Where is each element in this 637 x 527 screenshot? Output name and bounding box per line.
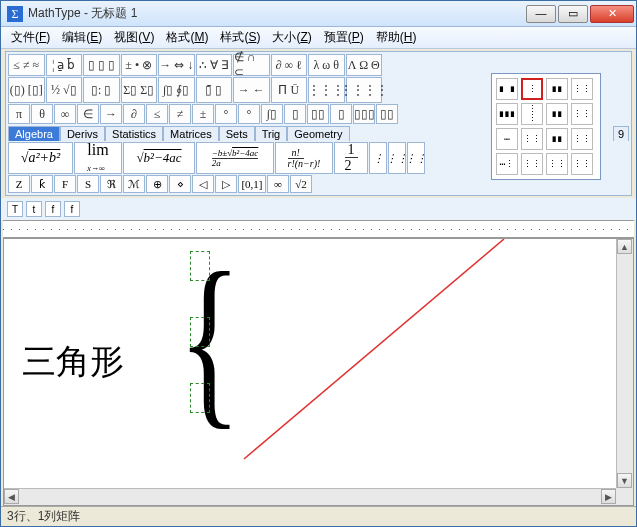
formula-col3[interactable]: ⋮⋮ [407,142,425,174]
title-bar[interactable]: Σ MathType - 无标题 1 — ▭ ✕ [1,1,636,27]
formula-limit[interactable]: limx→∞ [74,142,122,174]
tpl-int[interactable]: ∫▯ [261,104,283,124]
tab-sets[interactable]: Sets [219,126,255,141]
style-btn-1[interactable]: T [7,201,23,217]
matrix-2x1[interactable]: ⋮⋮ [571,78,593,100]
menu-format[interactable]: 格式(M) [160,27,214,48]
formula-quadratic[interactable]: −b±√b²−4ac2a [196,142,274,174]
spaces-palette[interactable]: ¦ a̱ b̄ [46,54,83,76]
sc-inf[interactable]: ∞ [267,175,289,193]
matrix-3x2[interactable]: ⋮⋮ [521,128,543,150]
tpl-box5[interactable]: ▯▯ [376,104,398,124]
tpl-box2[interactable]: ▯▯ [307,104,329,124]
matrix-4x1[interactable]: ⋮⋮ [521,153,543,175]
misc-palette[interactable]: ∂ ∞ ℓ [271,54,308,76]
tab-matrices[interactable]: Matrices [163,126,219,141]
matrix-row-dots[interactable]: ⋯ [496,128,518,150]
tpl-box3[interactable]: ▯ [330,104,352,124]
product-palette[interactable]: Π̄ Ū [271,77,308,103]
menu-style[interactable]: 样式(S) [214,27,266,48]
ruler[interactable] [3,220,634,238]
scroll-up-button[interactable]: ▲ [617,239,632,254]
sym-degree2[interactable]: ° [238,104,260,124]
scroll-left-button[interactable]: ◀ [4,489,19,504]
sym-le[interactable]: ≤ [146,104,168,124]
formula-sqrt-ab[interactable]: √a²+b² [8,142,73,174]
greek-lower-palette[interactable]: λ ω θ [308,54,345,76]
menu-help[interactable]: 帮助(H) [370,27,423,48]
style-btn-4[interactable]: f [64,201,80,217]
arrow-template-palette[interactable]: → ← [233,77,270,103]
sc-interval[interactable]: [0,1] [238,175,266,193]
formula-discriminant[interactable]: √b²−4ac [123,142,195,174]
matrix-1x1[interactable]: ∎ ∎ [496,78,518,100]
sc-re[interactable]: ℜ [100,175,122,193]
logic-palette[interactable]: ∴ ∀ ∃ [196,54,233,76]
vertical-scrollbar[interactable]: ▲ ▼ [616,239,633,488]
menu-prefs[interactable]: 预置(P) [318,27,370,48]
maximize-button[interactable]: ▭ [558,5,588,23]
sc-tri-r[interactable]: ▷ [215,175,237,193]
sym-partial[interactable]: ∂ [123,104,145,124]
integral-palette[interactable]: ∫▯ ∮▯ [158,77,195,103]
style-btn-2[interactable]: t [26,201,42,217]
matrix-2x2b[interactable]: ∎∎ [546,103,568,125]
formula-binomial[interactable]: n!r!(n−r)! [275,142,333,174]
sym-ne[interactable]: ≠ [169,104,191,124]
sym-degree[interactable]: ° [215,104,237,124]
matrix-2x2a[interactable]: ⋮ ⋮ [521,103,543,125]
tab-algebra[interactable]: Algebra [8,126,60,141]
equation-canvas[interactable]: 三角形 { [4,239,616,488]
tab-statistics[interactable]: Statistics [105,126,163,141]
matrix-3x3b[interactable]: ⋯⋮ [496,153,518,175]
matrix-2x2c[interactable]: ⋮⋮ [571,103,593,125]
arrows-palette[interactable]: → ⇔ ↓ [158,54,195,76]
tab-geometry[interactable]: Geometry [287,126,349,141]
sc-k[interactable]: ƙ [31,175,53,193]
matrix-2x3[interactable]: ∎∎ [546,128,568,150]
scroll-down-button[interactable]: ▼ [617,473,632,488]
tpl-box1[interactable]: ▯ [284,104,306,124]
tab-preset-9[interactable]: 9 [613,126,629,141]
menu-view[interactable]: 视图(V) [108,27,160,48]
overbar-palette[interactable]: ▯̄ ▯ [196,77,233,103]
matrix-palette-2[interactable]: ⋮⋮⋮⋮ [346,77,383,103]
fraction-palette[interactable]: ½ √▯ [46,77,83,103]
sc-oplus[interactable]: ⊕ [146,175,168,193]
style-btn-3[interactable]: f [45,201,61,217]
sum-palette[interactable]: Σ▯ Σ▯ [121,77,158,103]
horizontal-scrollbar[interactable]: ◀ ▶ [4,488,616,505]
sc-z[interactable]: Z [8,175,30,193]
sc-m[interactable]: ℳ [123,175,145,193]
sc-diamond[interactable]: ⋄ [169,175,191,193]
tab-trig[interactable]: Trig [255,126,288,141]
sc-tri-l[interactable]: ◁ [192,175,214,193]
menu-file[interactable]: 文件(F) [5,27,56,48]
sym-arrow[interactable]: → [100,104,122,124]
sc-s[interactable]: S [77,175,99,193]
fence-palette[interactable]: (▯) [▯] [8,77,45,103]
greek-upper-palette[interactable]: Λ Ω Θ [346,54,383,76]
script-palette[interactable]: ▯: ▯ [83,77,120,103]
sym-elementof[interactable]: ∈ [77,104,99,124]
formula-col1[interactable]: ⋮ [369,142,387,174]
formula-half[interactable]: 12 [334,142,368,174]
matrix-3x1[interactable]: ⋮ [521,78,543,100]
sc-f[interactable]: F [54,175,76,193]
matrix-1x2[interactable]: ∎∎ [546,78,568,100]
embellish-palette[interactable]: ▯ ▯ ▯ [83,54,120,76]
sym-pi[interactable]: π [8,104,30,124]
menu-edit[interactable]: 编辑(E) [56,27,108,48]
matrix-4x3[interactable]: ⋮⋮ [571,153,593,175]
relations-palette[interactable]: ≤ ≠ ≈ [8,54,45,76]
matrix-4x2[interactable]: ⋮⋮ [546,153,568,175]
operators-palette[interactable]: ± • ⊗ [121,54,158,76]
sym-infinity[interactable]: ∞ [54,104,76,124]
matrix-3x3a[interactable]: ⋮⋮ [571,128,593,150]
close-button[interactable]: ✕ [590,5,634,23]
sym-theta[interactable]: θ [31,104,53,124]
sc-sqrt2[interactable]: √2 [290,175,312,193]
formula-col2[interactable]: ⋮⋮ [388,142,406,174]
menu-size[interactable]: 大小(Z) [266,27,317,48]
set-palette[interactable]: ∉ ∩ ⊂ [233,54,270,76]
